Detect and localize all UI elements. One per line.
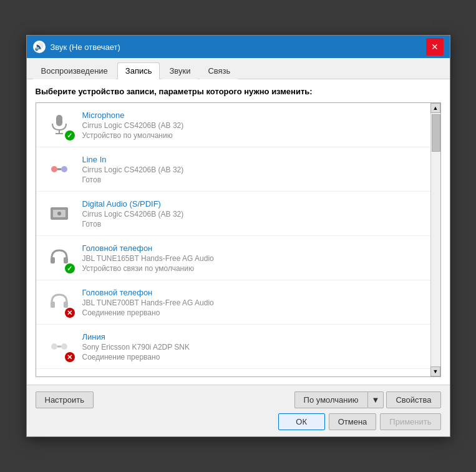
device-info-microphone: Microphone Cirrus Logic CS4206B (AB 32) …	[82, 111, 423, 140]
device-driver-headphone2: JBL TUNE700BT Hands-Free AG Audio	[82, 298, 423, 307]
device-name-microphone: Microphone	[82, 111, 423, 120]
description-suffix: :	[309, 87, 312, 96]
svg-rect-9	[51, 257, 55, 263]
svg-point-8	[57, 212, 61, 215]
device-status-linein: Готов	[82, 175, 423, 184]
footer-buttons-row: Настроить По умолчанию ▼ Свойства	[36, 391, 441, 408]
tab-communication[interactable]: Связь	[200, 62, 238, 79]
linein-icon	[47, 157, 72, 182]
scrollbar-track: ▲ ▼	[430, 103, 440, 376]
dialog-body: Выберите устройство записи, параметры ко…	[27, 79, 450, 385]
device-name-spdif: Digital Audio (S/PDIF)	[82, 199, 423, 209]
device-name-line: Линия	[82, 332, 423, 342]
device-driver-spdif: Cirrus Logic CS4206B (AB 32)	[82, 210, 423, 219]
device-item-line[interactable]: ✕ Линия Sony Ericsson K790i A2DP SNK Сое…	[36, 325, 430, 369]
description-text: Выберите устройство записи, параметры ко…	[36, 87, 441, 96]
dialog-icon: 🔊	[33, 41, 46, 53]
device-item-spdif[interactable]: Digital Audio (S/PDIF) Cirrus Logic CS42…	[36, 192, 430, 236]
device-status-microphone: Устройство по умолчанию	[82, 131, 423, 140]
device-list-container: ✓ Microphone Cirrus Logic CS4206B (AB 32…	[36, 102, 441, 377]
title-bar: 🔊 Звук (Не отвечает) ✕	[27, 36, 450, 58]
device-item-headphone1[interactable]: ✓ Головной телефон JBL TUNE165BT Hands-F…	[36, 236, 430, 280]
description-prefix: Выберите устройство записи,	[36, 87, 159, 96]
sound-dialog: 🔊 Звук (Не отвечает) ✕ Воспроизведение З…	[26, 35, 450, 437]
device-info-headphone1: Головной телефон JBL TUNE165BT Hands-Fre…	[82, 243, 423, 273]
device-info-line: Линия Sony Ericsson K790i A2DP SNK Соеди…	[82, 332, 423, 361]
device-item-linein[interactable]: Line In Cirrus Logic CS4206B (AB 32) Гот…	[36, 147, 430, 192]
bottom-buttons: ОК Отмена Применить	[36, 413, 441, 430]
default-dropdown-button[interactable]: ▼	[367, 391, 384, 408]
svg-rect-11	[51, 302, 55, 308]
dialog-title: Звук (Не отвечает)	[51, 42, 426, 52]
device-item-microphone[interactable]: ✓ Microphone Cirrus Logic CS4206B (AB 32…	[36, 103, 430, 147]
apply-button[interactable]: Применить	[380, 413, 440, 430]
device-driver-headphone1: JBL TUNE165BT Hands-Free AG Audio	[82, 254, 423, 263]
device-icon-wrap-linein	[44, 154, 75, 185]
device-name-headphone2: Головной телефон	[82, 288, 423, 297]
svg-point-13	[51, 343, 57, 350]
scrollbar-thumb-area	[431, 113, 440, 366]
default-button[interactable]: По умолчанию	[294, 391, 367, 408]
device-icon-wrap-microphone: ✓	[44, 109, 75, 140]
device-driver-microphone: Cirrus Logic CS4206B (AB 32)	[82, 121, 423, 130]
status-badge-microphone: ✓	[65, 130, 75, 140]
tab-record[interactable]: Запись	[117, 62, 160, 79]
description-bold: параметры которого нужно изменить	[159, 87, 310, 96]
scrollbar-thumb[interactable]	[432, 114, 440, 152]
configure-button[interactable]: Настроить	[36, 391, 94, 408]
device-status-headphone2: Соединение прервано	[82, 308, 423, 317]
ok-button[interactable]: ОК	[278, 413, 325, 430]
device-status-spdif: Готов	[82, 220, 423, 229]
tab-playback[interactable]: Воспроизведение	[33, 62, 116, 79]
spdif-icon	[47, 201, 72, 226]
scrollbar-down-button[interactable]: ▼	[430, 366, 440, 376]
device-icon-wrap-headphone1: ✓	[44, 242, 75, 273]
svg-point-4	[61, 166, 67, 172]
device-icon-wrap-headphone2: ✕	[44, 287, 75, 318]
device-info-spdif: Digital Audio (S/PDIF) Cirrus Logic CS42…	[82, 199, 423, 229]
device-icon-wrap-spdif	[44, 198, 75, 229]
device-item-headphone2[interactable]: ✕ Головной телефон JBL TUNE700BT Hands-F…	[36, 280, 430, 325]
default-button-group: По умолчанию ▼	[294, 391, 384, 408]
device-driver-line: Sony Ericsson K790i A2DP SNK	[82, 343, 423, 352]
tab-sounds[interactable]: Звуки	[161, 62, 198, 79]
device-list: ✓ Microphone Cirrus Logic CS4206B (AB 32…	[36, 103, 430, 376]
status-badge-line: ✕	[65, 352, 75, 362]
svg-rect-12	[64, 302, 68, 308]
device-icon-wrap-line: ✕	[44, 331, 75, 362]
device-status-headphone1: Устройство связи по умолчанию	[82, 264, 423, 273]
status-badge-headphone1: ✓	[65, 263, 75, 273]
cancel-button[interactable]: Отмена	[329, 413, 377, 430]
close-button[interactable]: ✕	[426, 38, 444, 56]
device-info-headphone2: Головной телефон JBL TUNE700BT Hands-Fre…	[82, 288, 423, 317]
device-info-linein: Line In Cirrus Logic CS4206B (AB 32) Гот…	[82, 155, 423, 184]
dialog-footer: Настроить По умолчанию ▼ Свойства ОК Отм…	[27, 385, 450, 436]
properties-button[interactable]: Свойства	[386, 391, 440, 408]
device-name-headphone1: Головной телефон	[82, 243, 423, 253]
svg-point-3	[51, 166, 57, 172]
scrollbar-up-button[interactable]: ▲	[430, 103, 440, 113]
svg-rect-0	[56, 115, 62, 126]
svg-point-14	[61, 343, 67, 350]
device-name-linein: Line In	[82, 155, 423, 164]
status-badge-headphone2: ✕	[65, 308, 75, 318]
svg-rect-10	[64, 257, 68, 263]
device-status-line: Соединение прервано	[82, 353, 423, 361]
device-driver-linein: Cirrus Logic CS4206B (AB 32)	[82, 165, 423, 174]
tab-bar: Воспроизведение Запись Звуки Связь	[27, 58, 450, 79]
